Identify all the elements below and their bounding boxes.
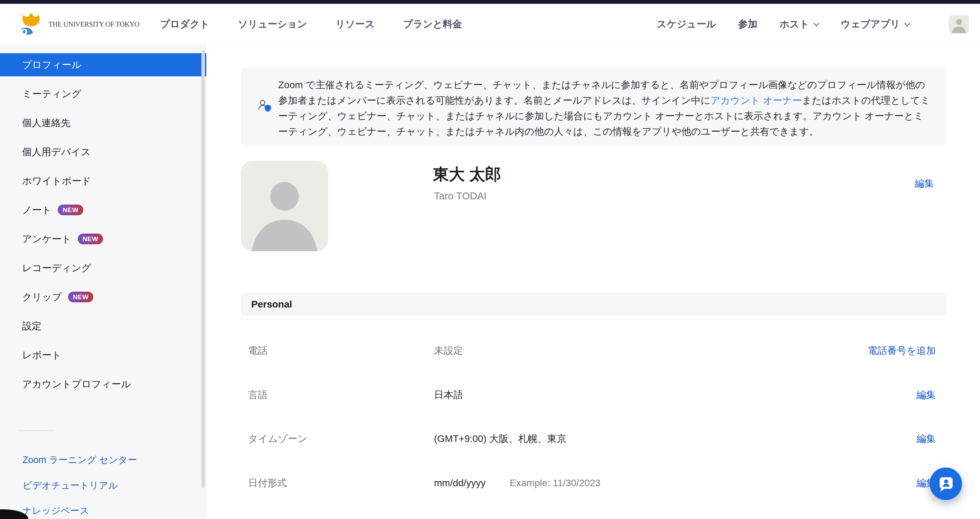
new-badge: NEW xyxy=(68,291,94,302)
sidebar-item-whiteboard[interactable]: ホワイトボード xyxy=(0,169,206,193)
personal-row-timezone: タイムゾーン (GMT+9:00) 大阪、札幌、東京 編集 xyxy=(241,432,946,446)
nav-webapp-label: ウェブアプリ xyxy=(841,19,900,29)
sidebar-item-personal-contacts[interactable]: 個人連絡先 xyxy=(0,111,206,134)
sidebar-item-personal-devices[interactable]: 個人用デバイス xyxy=(0,140,206,164)
row-value: 日本語 xyxy=(434,388,463,401)
account-owner-link[interactable]: アカウント オーナー xyxy=(711,95,802,106)
sidebar-item-recordings[interactable]: レコーディング xyxy=(0,256,206,280)
support-chat-button[interactable] xyxy=(929,468,962,500)
nav-host[interactable]: ホスト xyxy=(780,18,819,31)
nav-resources[interactable]: リソース xyxy=(335,18,375,31)
add-phone-number-link[interactable]: 電話番号を追加 xyxy=(868,344,946,357)
nav-schedule[interactable]: スケジュール xyxy=(657,18,716,31)
person-silhouette-icon xyxy=(241,161,328,251)
header: THE UNIVERSITY OF TOKYO プロダクト ソリューション リソ… xyxy=(0,4,980,45)
sidebar-item-label: ホワイトボード xyxy=(22,175,91,188)
person-silhouette-icon xyxy=(949,15,969,33)
sidebar-link-learning-center[interactable]: Zoom ラーニング センター xyxy=(22,453,137,467)
utokyo-ginkgo-icon xyxy=(19,13,43,36)
personal-row-language: 言語 日本語 編集 xyxy=(241,388,946,402)
chevron-down-icon xyxy=(813,20,819,26)
account-avatar[interactable] xyxy=(949,15,969,33)
sidebar-item-label: 個人用デバイス xyxy=(22,145,91,159)
profile-name: 東大 太郎 xyxy=(433,164,501,185)
sidebar-divider xyxy=(18,430,54,431)
sidebar-link-video-tutorials[interactable]: ビデオチュートリアル xyxy=(22,479,118,492)
personal-section-header: Personal xyxy=(241,293,946,316)
sidebar-item-label: ノート xyxy=(22,204,51,217)
profile-romanized-name: Taro TODAI xyxy=(434,190,487,202)
sidebar: プロフィール ミーティング 個人連絡先 個人用デバイス ホワイトボード ノートN… xyxy=(0,45,206,519)
sidebar-item-label: クリップ xyxy=(22,291,62,304)
chevron-down-icon xyxy=(904,20,910,26)
university-logo[interactable]: THE UNIVERSITY OF TOKYO xyxy=(19,13,146,36)
sidebar-item-meetings[interactable]: ミーティング xyxy=(0,82,206,105)
nav-products[interactable]: プロダクト xyxy=(160,18,209,31)
sidebar-scrollbar[interactable] xyxy=(202,50,205,488)
notice-text: Zoom で主催されるミーティング、ウェビナー、チャット、またはチャネルに参加す… xyxy=(278,77,932,139)
row-label: 電話 xyxy=(241,344,434,357)
new-badge: NEW xyxy=(58,205,83,215)
sidebar-item-profile[interactable]: プロフィール xyxy=(0,53,206,76)
nav-webapp[interactable]: ウェブアプリ xyxy=(841,18,910,31)
nav-solutions[interactable]: ソリューション xyxy=(238,18,307,31)
sidebar-item-label: レコーディング xyxy=(22,261,91,275)
sidebar-item-account-profile[interactable]: アカウントプロフィール xyxy=(0,373,206,396)
sidebar-item-reports[interactable]: レポート xyxy=(0,344,206,367)
person-shield-icon xyxy=(258,99,272,115)
edit-profile-link[interactable]: 編集 xyxy=(915,177,934,190)
primary-nav: プロダクト ソリューション リソース プランと料金 xyxy=(160,18,462,31)
zoom-web-portal: THE UNIVERSITY OF TOKYO プロダクト ソリューション リソ… xyxy=(0,0,980,519)
edit-timezone-link[interactable]: 編集 xyxy=(916,432,946,446)
nav-host-label: ホスト xyxy=(780,19,809,29)
nav-plans-pricing[interactable]: プランと料金 xyxy=(403,18,462,31)
sidebar-item-label: 設定 xyxy=(22,320,41,333)
personal-section-title: Personal xyxy=(251,299,292,310)
edit-language-link[interactable]: 編集 xyxy=(916,388,946,401)
date-format-example: Example: 11/30/2023 xyxy=(510,478,601,489)
sidebar-item-label: アカウントプロフィール xyxy=(22,378,131,391)
sidebar-item-notes[interactable]: ノートNEW xyxy=(0,198,206,221)
row-value: (GMT+9:00) 大阪、札幌、東京 xyxy=(434,432,566,446)
row-label: 言語 xyxy=(241,388,434,401)
sidebar-link-knowledge-base[interactable]: ナレッジベース xyxy=(22,504,89,517)
row-label: タイムゾーン xyxy=(241,432,434,446)
row-value: mm/dd/yyyy xyxy=(434,478,485,489)
sidebar-item-label: レポート xyxy=(22,349,62,362)
row-value: 未設定 xyxy=(434,344,463,357)
sidebar-item-surveys[interactable]: アンケートNEW xyxy=(0,228,206,250)
profile-visibility-notice: Zoom で主催されるミーティング、ウェビナー、チャット、またはチャネルに参加す… xyxy=(241,67,946,145)
nav-join[interactable]: 参加 xyxy=(738,18,757,31)
account-nav: スケジュール 参加 ホスト ウェブアプリ xyxy=(657,15,969,33)
row-label: 日付形式 xyxy=(241,476,434,490)
personal-row-phone: 電話 未設定 電話番号を追加 xyxy=(241,344,946,358)
sidebar-item-settings[interactable]: 設定 xyxy=(0,314,206,338)
section-divider xyxy=(241,319,946,320)
sidebar-item-label: プロフィール xyxy=(22,58,81,72)
profile-avatar[interactable] xyxy=(241,161,328,251)
support-chat-icon xyxy=(937,475,955,492)
sidebar-item-clips[interactable]: クリップNEW xyxy=(0,285,206,309)
logo-text: THE UNIVERSITY OF TOKYO xyxy=(48,20,139,29)
personal-row-date-format: 日付形式 mm/dd/yyyy Example: 11/30/2023 編集 xyxy=(241,476,946,490)
sidebar-item-label: 個人連絡先 xyxy=(22,116,70,130)
sidebar-item-label: アンケート xyxy=(22,232,72,246)
sidebar-item-label: ミーティング xyxy=(22,88,81,100)
new-badge: NEW xyxy=(78,234,103,244)
top-accent-bar xyxy=(0,0,980,4)
